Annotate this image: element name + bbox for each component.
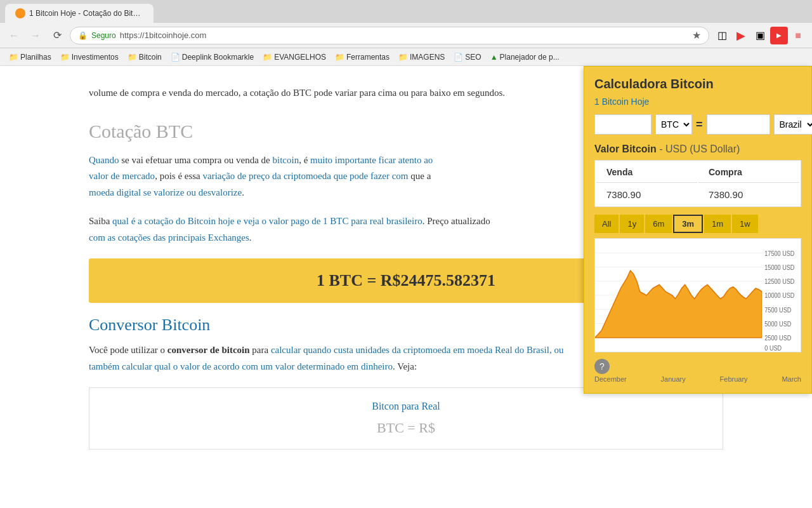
bookmark-evangelhos[interactable]: 📁 EVANGELHOS bbox=[259, 51, 330, 63]
svg-text:10000 USD: 10000 USD bbox=[764, 292, 794, 300]
bookmark-imagens[interactable]: 📁 IMAGENS bbox=[395, 51, 449, 63]
converter-formula: BTC = R$ bbox=[108, 420, 704, 436]
folder-icon: 📁 bbox=[9, 53, 18, 62]
bookmarks-bar: 📁 Planilhas 📁 Investimentos 📁 Bitcoin 📄 … bbox=[0, 48, 812, 66]
bookmark-planejador[interactable]: ▲ Planejador de p... bbox=[487, 51, 563, 63]
calculator-widget: Calculadora Bitcoin 1 Bitcoin Hoje BTC =… bbox=[584, 66, 812, 394]
bookmark-label: SEO bbox=[465, 53, 481, 62]
time-btn-1w[interactable]: 1w bbox=[732, 215, 758, 233]
time-buttons: All 1y 6m 3m 1m 1w bbox=[594, 215, 801, 233]
calc-title: Calculadora Bitcoin bbox=[594, 77, 801, 91]
bookmark-planilhas[interactable]: 📁 Planilhas bbox=[5, 51, 55, 63]
svg-text:0 USD: 0 USD bbox=[764, 344, 782, 352]
time-btn-1y[interactable]: 1y bbox=[620, 215, 644, 233]
folder-icon: 📁 bbox=[60, 53, 70, 62]
svg-marker-7 bbox=[595, 271, 762, 338]
time-btn-all[interactable]: All bbox=[594, 215, 619, 233]
youtube-icon[interactable]: ▶ bbox=[770, 27, 788, 44]
active-tab[interactable]: 1 Bitcoin Hoje - Cotação do Bitcoin Hoje… bbox=[5, 4, 154, 23]
chart-x-labels: December January February March bbox=[594, 375, 801, 383]
app-icon: ▲ bbox=[490, 53, 498, 62]
x-label-march: March bbox=[782, 375, 801, 383]
price-text: 1 BTC = R$24475.582371 bbox=[317, 271, 495, 290]
calc-equals-sign: = bbox=[696, 118, 703, 131]
ficar-link[interactable]: ficar atento ao bbox=[379, 155, 433, 165]
svg-text:7500 USD: 7500 USD bbox=[764, 306, 791, 314]
x-label-december: December bbox=[594, 375, 627, 383]
calc-currency-from-select[interactable]: BTC bbox=[655, 114, 692, 135]
page-icon: 📄 bbox=[171, 53, 180, 62]
folder-icon: 📁 bbox=[263, 53, 272, 62]
bookmark-label: Deeplink Bookmarkle bbox=[182, 53, 254, 62]
svg-text:2500 USD: 2500 USD bbox=[764, 335, 791, 342]
x-label-january: January bbox=[661, 375, 686, 383]
saiba-link[interactable]: qual é a cotação do Bitcoin hoje e veja … bbox=[112, 216, 422, 226]
variacao-link[interactable]: variação de preço da criptomoeda que pod… bbox=[203, 171, 409, 181]
extra-icon[interactable]: ■ bbox=[789, 27, 807, 44]
svg-text:12500 USD: 12500 USD bbox=[764, 278, 794, 286]
bitcoin-link[interactable]: bitcoin bbox=[272, 155, 299, 165]
tab-bar: 1 Bitcoin Hoje - Cotação do Bitcoin Hoje… bbox=[0, 0, 812, 23]
calc-result-input[interactable] bbox=[707, 114, 770, 135]
bookmark-investimentos[interactable]: 📁 Investimentos bbox=[56, 51, 122, 63]
page-icon: 📄 bbox=[454, 53, 463, 62]
svg-text:17500 USD: 17500 USD bbox=[764, 250, 794, 257]
url-display: https://1bitcoinhoje.com bbox=[120, 30, 207, 40]
cotacoes-link[interactable]: com as cotações das principais Exchanges bbox=[89, 232, 249, 243]
folder-icon: 📁 bbox=[398, 53, 408, 62]
svg-text:15000 USD: 15000 USD bbox=[764, 264, 794, 272]
bookmark-label: IMAGENS bbox=[410, 53, 445, 62]
time-btn-6m[interactable]: 6m bbox=[645, 215, 672, 233]
folder-icon: 📁 bbox=[128, 53, 137, 62]
bookmark-label: Ferramentas bbox=[346, 53, 390, 62]
browser-content: volume de compra e venda do mercado, a c… bbox=[0, 66, 812, 508]
bookmark-ferramentas[interactable]: 📁 Ferramentas bbox=[331, 51, 393, 63]
tab-title: 1 Bitcoin Hoje - Cotação do Bitcoin Hoje… bbox=[29, 9, 143, 18]
calc-inputs-row: BTC = Brazil USD EUR bbox=[594, 114, 801, 135]
time-btn-3m[interactable]: 3m bbox=[673, 215, 703, 233]
chrome-menu-icon[interactable]: ▶ bbox=[732, 27, 750, 44]
price-table: Venda Compra 7380.90 7380.90 bbox=[594, 160, 801, 207]
tab-favicon bbox=[15, 8, 25, 18]
valor-currency: - USD (US Dollar) bbox=[659, 144, 740, 154]
back-button[interactable]: ← bbox=[5, 27, 23, 44]
star-icon[interactable]: ★ bbox=[692, 29, 701, 41]
bookmark-label: Planilhas bbox=[20, 53, 51, 62]
bookmark-label: EVANGELHOS bbox=[274, 53, 326, 62]
quando-link[interactable]: Quando bbox=[89, 155, 119, 165]
bookmark-label: Bitcoin bbox=[139, 53, 162, 62]
valor-link[interactable]: valor de mercado bbox=[89, 171, 155, 181]
bookmark-bitcoin[interactable]: 📁 Bitcoin bbox=[124, 51, 166, 63]
extensions-icon[interactable]: ◫ bbox=[713, 27, 731, 44]
address-bar[interactable]: 🔒 Seguro https://1bitcoinhoje.com ★ bbox=[70, 27, 709, 44]
muito-link[interactable]: muito importante bbox=[310, 155, 376, 165]
price-chart: 17500 USD 15000 USD 12500 USD 10000 USD … bbox=[594, 238, 801, 352]
price-row: 7380.90 7380.90 bbox=[596, 184, 799, 205]
svg-text:5000 USD: 5000 USD bbox=[764, 321, 791, 328]
moeda-link[interactable]: moeda digital se valorize ou desvalorize bbox=[89, 187, 242, 197]
secure-label: Seguro bbox=[91, 31, 116, 40]
calcular-link[interactable]: calcular quando custa unidades da cripto… bbox=[89, 345, 563, 371]
converter-box: Bitcon para Real BTC = R$ bbox=[89, 387, 723, 450]
toolbar-icons: ◫ ▶ ▣ ▶ ■ bbox=[713, 27, 807, 44]
address-bar-row: ← → ⟳ 🔒 Seguro https://1bitcoinhoje.com … bbox=[0, 23, 812, 48]
chart-svg: 17500 USD 15000 USD 12500 USD 10000 USD … bbox=[595, 239, 801, 352]
bookmark-seo[interactable]: 📄 SEO bbox=[450, 51, 485, 63]
converter-title: Bitcon para Real bbox=[108, 401, 704, 412]
calc-link[interactable]: 1 Bitcoin Hoje bbox=[594, 97, 801, 107]
venda-value: 7380.90 bbox=[596, 184, 697, 205]
folder-icon: 📁 bbox=[335, 53, 344, 62]
venda-header: Venda bbox=[596, 162, 697, 183]
calc-amount-input[interactable] bbox=[594, 114, 652, 135]
calc-currency-to-select[interactable]: Brazil USD EUR bbox=[774, 114, 812, 135]
camera-icon[interactable]: ▣ bbox=[751, 27, 769, 44]
bookmark-deeplink[interactable]: 📄 Deeplink Bookmarkle bbox=[167, 51, 258, 63]
compra-value: 7380.90 bbox=[698, 184, 799, 205]
x-label-february: February bbox=[720, 375, 748, 383]
lock-icon: 🔒 bbox=[78, 31, 88, 40]
time-btn-1m[interactable]: 1m bbox=[704, 215, 731, 233]
valor-label: Valor Bitcoin - USD (US Dollar) bbox=[594, 144, 801, 155]
reload-button[interactable]: ⟳ bbox=[48, 27, 66, 44]
forward-button[interactable]: → bbox=[27, 27, 44, 44]
help-button[interactable]: ? bbox=[594, 359, 610, 374]
